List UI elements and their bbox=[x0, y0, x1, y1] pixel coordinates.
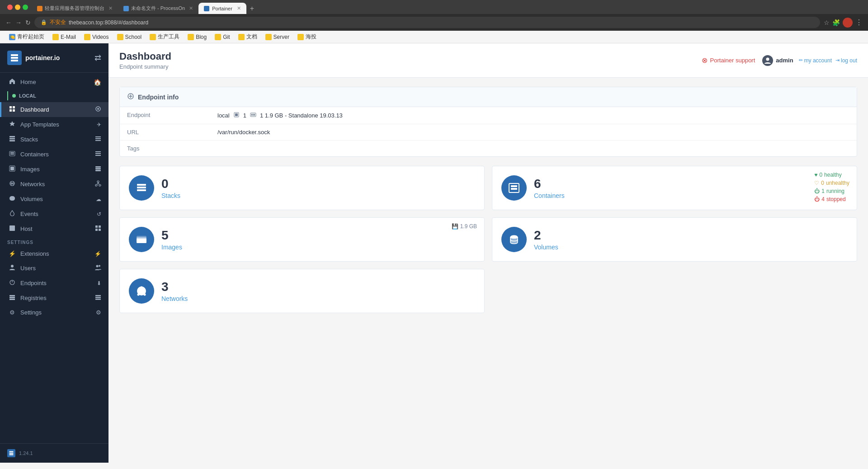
svg-rect-21 bbox=[95, 153, 101, 154]
star-button[interactable]: ☆ bbox=[824, 19, 830, 26]
bookmark-server[interactable]: Server bbox=[262, 33, 293, 41]
svg-rect-1 bbox=[11, 54, 18, 56]
sidebar-item-containers[interactable]: Containers bbox=[0, 147, 108, 162]
dashboard-nav-icon bbox=[95, 106, 101, 113]
window-minimize-button[interactable] bbox=[15, 5, 20, 10]
svg-rect-63 bbox=[253, 114, 254, 116]
svg-rect-12 bbox=[9, 138, 15, 140]
sidebar-item-dashboard[interactable]: Dashboard bbox=[0, 102, 108, 117]
forward-button[interactable]: → bbox=[15, 19, 22, 26]
containers-list-icon bbox=[95, 150, 101, 158]
sidebar-item-events[interactable]: Events ↺ bbox=[0, 206, 108, 221]
containers-info: 6 Containers bbox=[534, 177, 565, 199]
unhealthy-count: 0 bbox=[821, 180, 824, 186]
bookmark-git[interactable]: Git bbox=[211, 33, 233, 41]
volumes-stat-card[interactable]: 2 Volumes bbox=[492, 217, 857, 262]
my-account-link[interactable]: ✏ my account bbox=[799, 57, 832, 64]
security-icon: 🔒 bbox=[41, 19, 47, 25]
bookmark-blog[interactable]: Blog bbox=[184, 33, 210, 41]
images-stack-icon bbox=[95, 165, 101, 173]
sidebar-item-images[interactable]: Images bbox=[0, 162, 108, 177]
tab-2-close[interactable]: ✕ bbox=[189, 5, 193, 11]
sidebar-item-networks[interactable]: Networks bbox=[0, 177, 108, 192]
sidebar-item-settings[interactable]: ⚙ Settings ⚙ bbox=[0, 305, 108, 319]
sidebar-item-home[interactable]: Home 🏠 bbox=[0, 75, 108, 89]
containers-stat-card[interactable]: 6 Containers ♥ 0 healthy ♡ 0 unhealthy bbox=[492, 166, 857, 210]
stacks-info: 0 Stacks bbox=[161, 177, 180, 199]
sidebar-item-extensions[interactable]: ⚡ Extensions ⚡ bbox=[0, 247, 108, 261]
svg-rect-7 bbox=[9, 109, 12, 112]
window-maximize-button[interactable] bbox=[23, 5, 28, 10]
svg-point-30 bbox=[97, 181, 99, 183]
bookmark-school[interactable]: School bbox=[113, 33, 146, 41]
profile-button[interactable] bbox=[843, 18, 853, 28]
page-title: Dashboard bbox=[119, 51, 171, 62]
networks-icon-circle bbox=[129, 278, 154, 304]
bookmark-email[interactable]: E-Mail bbox=[49, 33, 80, 41]
sidebar-item-app-templates[interactable]: App Templates ✈ bbox=[0, 117, 108, 132]
svg-rect-27 bbox=[95, 170, 101, 171]
bookmark-docs[interactable]: 文档 bbox=[235, 32, 261, 42]
sidebar-toggle[interactable]: ⇄ bbox=[94, 53, 101, 63]
log-out-link[interactable]: ⇥ log out bbox=[835, 57, 857, 64]
svg-rect-53 bbox=[9, 453, 14, 454]
bookmark-videos[interactable]: Videos bbox=[80, 33, 112, 41]
sidebar-dashboard-label: Dashboard bbox=[20, 106, 49, 113]
running-power-icon: ⏻ bbox=[814, 188, 820, 194]
sidebar-home-label: Home bbox=[20, 79, 36, 85]
stopped-count: 4 bbox=[821, 196, 825, 202]
sidebar-item-endpoints[interactable]: Endpoints ⬇ bbox=[0, 276, 108, 291]
settings-section-label: SETTINGS bbox=[0, 236, 108, 247]
endpoint-info-title: Endpoint info bbox=[138, 94, 179, 101]
tab-3-close[interactable]: ✕ bbox=[237, 5, 241, 11]
tab-2[interactable]: 未命名文件 - ProcessOn ✕ bbox=[118, 3, 198, 14]
extensions-button[interactable]: 🧩 bbox=[832, 19, 840, 26]
sidebar-item-users[interactable]: Users bbox=[0, 261, 108, 276]
stacks-stat-card[interactable]: 0 Stacks bbox=[119, 166, 485, 210]
support-warning-icon: ⊗ bbox=[702, 56, 708, 65]
bookmark-qingning[interactable]: 🍋 青柠起始页 bbox=[5, 32, 48, 42]
svg-point-42 bbox=[99, 265, 100, 267]
sidebar-item-host[interactable]: Host bbox=[0, 221, 108, 236]
svg-point-40 bbox=[11, 265, 14, 267]
tab-1-close[interactable]: ✕ bbox=[108, 5, 113, 11]
tab-3[interactable]: Portainer ✕ bbox=[198, 3, 246, 14]
containers-number: 6 bbox=[534, 177, 565, 191]
back-button[interactable]: ← bbox=[5, 19, 12, 26]
images-icon bbox=[9, 165, 16, 173]
sidebar-item-registries[interactable]: Registries bbox=[0, 291, 108, 305]
containers-label: Containers bbox=[534, 192, 565, 199]
containers-status-group: ♥ 0 healthy ♡ 0 unhealthy ⏻ 1 runnin bbox=[814, 172, 849, 202]
bookmark-haitou[interactable]: 海投 bbox=[294, 32, 320, 42]
networks-stat-card[interactable]: 3 Networks bbox=[119, 269, 485, 313]
svg-rect-50 bbox=[95, 299, 101, 300]
svg-point-31 bbox=[95, 184, 97, 186]
window-close-button[interactable] bbox=[7, 5, 13, 10]
sidebar-images-label: Images bbox=[20, 166, 40, 173]
svg-point-76 bbox=[141, 286, 143, 289]
stopped-power-icon: ⏻ bbox=[814, 196, 820, 202]
svg-rect-39 bbox=[99, 229, 101, 231]
users-icon bbox=[9, 264, 16, 272]
svg-rect-66 bbox=[137, 187, 146, 188]
tab-1[interactable]: 轻量应用服务器管理控制台 ✕ bbox=[32, 3, 118, 14]
sidebar-item-stacks[interactable]: Stacks bbox=[0, 132, 108, 147]
endpoint-row-url: URL /var/run/docker.sock bbox=[120, 124, 857, 141]
endpoint-row-tags: Tags bbox=[120, 141, 857, 156]
images-stat-card[interactable]: 5 Images 💾 1.9 GB bbox=[119, 217, 485, 262]
new-tab-button[interactable]: + bbox=[246, 4, 258, 14]
portainer-logo: portainer.io bbox=[7, 51, 60, 65]
logout-icon: ⇥ bbox=[835, 57, 840, 63]
svg-rect-67 bbox=[137, 189, 146, 191]
svg-rect-49 bbox=[95, 297, 101, 298]
bookmark-tools[interactable]: 生产工具 bbox=[146, 32, 183, 42]
portainer-support-link[interactable]: ⊗ Portainer support bbox=[702, 56, 755, 65]
reload-button[interactable]: ↻ bbox=[25, 19, 31, 26]
svg-rect-8 bbox=[13, 109, 15, 112]
svg-rect-14 bbox=[95, 136, 101, 137]
stacks-list-icon bbox=[95, 136, 101, 143]
volumes-label: Volumes bbox=[534, 244, 558, 251]
menu-button[interactable]: ⋮ bbox=[855, 18, 863, 27]
sidebar-item-volumes[interactable]: Volumes ☁ bbox=[0, 192, 108, 206]
host-icon bbox=[9, 225, 16, 233]
